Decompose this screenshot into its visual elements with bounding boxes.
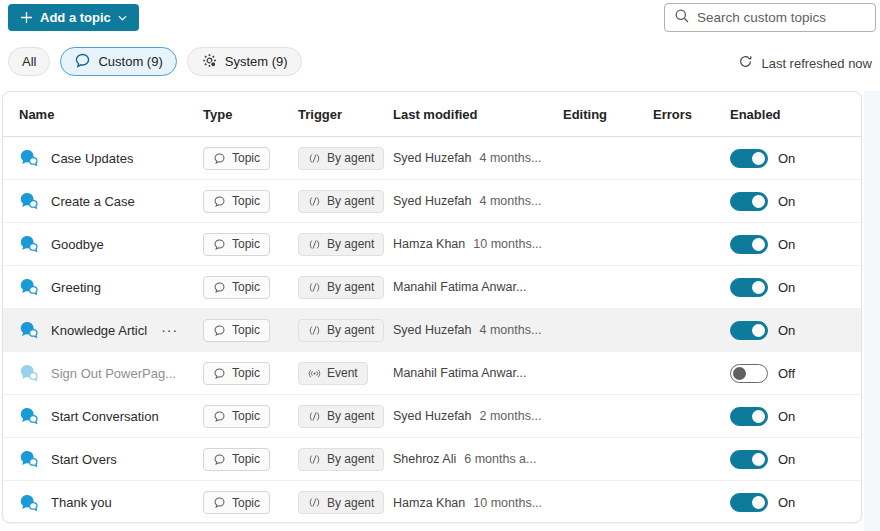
enabled-cell: On (730, 407, 861, 426)
name-cell: Start Conversation (19, 406, 203, 426)
table-row[interactable]: Create a Case Topic By agent Syed Huzefa… (3, 180, 861, 223)
col-header-errors: Errors (653, 107, 730, 122)
modified-when: 4 months... (480, 194, 542, 208)
last-modified-cell: Shehroz Ali 6 months a... (393, 452, 563, 466)
trigger-cell: Event (298, 362, 393, 385)
more-options-button[interactable]: ··· (159, 323, 180, 337)
by-agent-icon (308, 324, 321, 337)
filter-system[interactable]: System (9) (187, 47, 302, 76)
refresh-icon (738, 54, 753, 72)
modified-by: Syed Huzefah (393, 151, 472, 165)
table-row[interactable]: Start Conversation Topic By agent Syed H… (3, 395, 861, 438)
enabled-label: Off (778, 366, 795, 381)
search-box[interactable] (664, 3, 876, 32)
trigger-badge-label: By agent (327, 280, 374, 294)
table-row[interactable]: Greeting Topic By agent Manahil Fatima A… (3, 266, 861, 309)
name-cell: Greeting (19, 277, 203, 297)
by-agent-icon (308, 195, 321, 208)
enabled-toggle[interactable] (730, 192, 768, 211)
table-row[interactable]: Thank you Topic By agent Hamza Khan 10 m… (3, 481, 861, 523)
toggle-knob (752, 281, 765, 294)
type-badge-label: Topic (232, 194, 260, 208)
type-cell: Topic (203, 362, 298, 385)
type-badge: Topic (203, 448, 270, 471)
last-modified-cell: Manahil Fatima Anwar... (393, 280, 563, 294)
enabled-label: On (778, 409, 795, 424)
table-row[interactable]: Sign Out PowerPag... Topic Event (3, 352, 861, 395)
topic-chat-bubbles-icon (19, 234, 39, 254)
trigger-badge: By agent (298, 405, 384, 428)
by-agent-icon (308, 152, 321, 165)
col-header-trigger: Trigger (298, 107, 393, 122)
type-badge: Topic (203, 405, 270, 428)
modified-by: Syed Huzefah (393, 323, 472, 337)
topic-badge-icon (213, 152, 226, 165)
by-agent-icon (308, 410, 321, 423)
trigger-badge: By agent (298, 319, 384, 342)
refresh-label: Last refreshed now (761, 56, 872, 71)
type-cell: Topic (203, 448, 298, 471)
table-body: Case Updates Topic By agent Syed Huzefah… (3, 137, 861, 523)
topic-chat-bubbles-icon (19, 148, 39, 168)
toggle-knob (752, 238, 765, 251)
enabled-toggle[interactable] (730, 149, 768, 168)
topic-name: Case Updates (51, 151, 133, 166)
toggle-knob (752, 453, 765, 466)
enabled-toggle[interactable] (730, 450, 768, 469)
enabled-label: On (778, 151, 795, 166)
enabled-label: On (778, 323, 795, 338)
enabled-toggle[interactable] (730, 493, 768, 512)
enabled-toggle[interactable] (730, 235, 768, 254)
trigger-badge-label: By agent (327, 194, 374, 208)
enabled-toggle[interactable] (730, 278, 768, 297)
col-header-type: Type (203, 107, 298, 122)
trigger-cell: By agent (298, 405, 393, 428)
enabled-label: On (778, 452, 795, 467)
search-icon (674, 8, 690, 28)
trigger-badge: By agent (298, 491, 384, 514)
trigger-badge-label: Event (327, 366, 358, 380)
enabled-toggle[interactable] (730, 364, 768, 383)
enabled-cell: On (730, 278, 861, 297)
table-row[interactable]: Knowledge Articl ··· Topic By agent Syed… (3, 309, 861, 352)
type-badge-label: Topic (232, 452, 260, 466)
enabled-toggle[interactable] (730, 321, 768, 340)
add-topic-button[interactable]: Add a topic (8, 4, 139, 31)
trigger-badge: By agent (298, 448, 384, 471)
table-row[interactable]: Start Overs Topic By agent Shehroz Ali 6… (3, 438, 861, 481)
modified-when: 2 months... (480, 409, 542, 423)
table-row[interactable]: Goodbye Topic By agent Hamza Khan 10 mon… (3, 223, 861, 266)
enabled-cell: On (730, 450, 861, 469)
name-cell: Goodbye (19, 234, 203, 254)
filter-all[interactable]: All (8, 47, 50, 76)
type-cell: Topic (203, 233, 298, 256)
refresh-status[interactable]: Last refreshed now (738, 54, 872, 72)
by-agent-icon (308, 238, 321, 251)
topic-badge-icon (213, 367, 226, 380)
enabled-toggle[interactable] (730, 407, 768, 426)
topic-badge-icon (213, 496, 226, 509)
trigger-badge-label: By agent (327, 409, 374, 423)
last-modified-cell: Syed Huzefah 2 months... (393, 409, 563, 423)
modified-by: Shehroz Ali (393, 452, 456, 466)
enabled-cell: Off (730, 364, 861, 383)
type-badge-label: Topic (232, 280, 260, 294)
modified-when: 4 months... (480, 151, 542, 165)
topic-name: Start Overs (51, 452, 117, 467)
topic-name: Create a Case (51, 194, 135, 209)
type-badge: Topic (203, 147, 270, 170)
type-badge-label: Topic (232, 496, 260, 510)
type-badge: Topic (203, 491, 270, 514)
topic-name: Thank you (51, 495, 112, 510)
topic-badge-icon (213, 238, 226, 251)
modified-by: Syed Huzefah (393, 409, 472, 423)
type-badge-label: Topic (232, 237, 260, 251)
search-input[interactable] (697, 10, 866, 25)
topic-name: Goodbye (51, 237, 104, 252)
event-icon (308, 367, 321, 380)
type-badge: Topic (203, 233, 270, 256)
type-badge-label: Topic (232, 323, 260, 337)
table-row[interactable]: Case Updates Topic By agent Syed Huzefah… (3, 137, 861, 180)
name-cell: Create a Case (19, 191, 203, 211)
filter-custom[interactable]: Custom (9) (60, 47, 176, 76)
